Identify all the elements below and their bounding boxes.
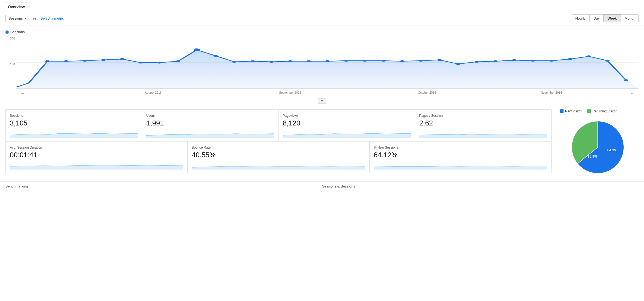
svg-point-33 bbox=[587, 56, 591, 57]
metric-card-bounce-rate: Bounce Rate 40.55% bbox=[188, 142, 370, 173]
time-btn-hourly[interactable]: Hourly bbox=[571, 14, 590, 22]
metric-label-avg-session: Avg. Session Duration bbox=[10, 146, 183, 149]
metric-label-sessions: Sessions bbox=[10, 114, 138, 118]
svg-point-10 bbox=[157, 62, 162, 64]
x-label-august: August 2016 bbox=[145, 91, 162, 94]
sessions-dropdown[interactable]: Sessions ▼ bbox=[5, 15, 30, 22]
metric-card-users: Users 1,991 bbox=[142, 110, 279, 142]
x-label-dots-left: ... bbox=[21, 91, 24, 94]
svg-point-18 bbox=[306, 60, 311, 62]
returning-visitor-legend-color bbox=[587, 109, 591, 113]
scroll-indicator: ▼ bbox=[0, 97, 644, 105]
sparkline-bounce-rate bbox=[192, 161, 365, 170]
chart-legend: Sessions bbox=[5, 30, 639, 34]
svg-point-34 bbox=[605, 60, 610, 62]
svg-point-16 bbox=[269, 61, 274, 63]
x-label-november: November 2016 bbox=[541, 91, 562, 94]
bottom-label-sessions: Sessions & Sessions bbox=[322, 184, 639, 188]
svg-point-12 bbox=[194, 48, 200, 51]
svg-point-19 bbox=[325, 60, 330, 62]
new-visitor-legend-label: New Visitor bbox=[565, 109, 581, 113]
metric-value-bounce-rate: 40.55% bbox=[192, 151, 365, 159]
svg-point-11 bbox=[176, 60, 180, 62]
new-visitor-pct-label: 64.1% bbox=[607, 148, 617, 152]
sparkline-avg-session bbox=[10, 161, 183, 170]
y-label-300: 300 bbox=[10, 37, 15, 40]
pie-legend-returning-visitor: Returning Visitor bbox=[587, 109, 617, 113]
svg-point-5 bbox=[64, 60, 68, 62]
time-btn-day[interactable]: Day bbox=[589, 14, 604, 22]
sparkline-pages-session bbox=[419, 130, 547, 138]
svg-point-25 bbox=[437, 59, 442, 61]
dropdown-arrow-icon: ▼ bbox=[24, 17, 27, 20]
chart-wrapper: 300 150 bbox=[5, 37, 639, 97]
time-btn-week[interactable]: Week bbox=[603, 14, 621, 22]
sessions-legend-label: Sessions bbox=[10, 30, 25, 34]
bottom-label-benchmarking: Benchmarking bbox=[5, 184, 322, 188]
svg-marker-40 bbox=[10, 165, 183, 170]
svg-point-24 bbox=[419, 60, 423, 62]
returning-visitor-pct-label: 35.9% bbox=[587, 154, 597, 158]
svg-point-26 bbox=[456, 63, 460, 65]
svg-point-21 bbox=[363, 60, 367, 62]
svg-point-28 bbox=[493, 60, 498, 62]
time-buttons: Hourly Day Week Month bbox=[571, 14, 639, 22]
svg-marker-38 bbox=[283, 133, 411, 138]
metric-value-new-sessions: 64.12% bbox=[374, 151, 547, 159]
sparkline-sessions bbox=[10, 130, 138, 138]
svg-point-17 bbox=[288, 60, 292, 62]
metric-label-users: Users bbox=[146, 114, 274, 118]
metric-label-new-sessions: % New Sessions bbox=[374, 146, 547, 149]
time-btn-month[interactable]: Month bbox=[621, 14, 639, 22]
chart-y-labels: 300 150 bbox=[5, 37, 16, 88]
svg-point-14 bbox=[232, 61, 236, 63]
sparkline-users bbox=[146, 130, 274, 138]
scroll-down-button[interactable]: ▼ bbox=[318, 98, 327, 104]
bottom-labels: Benchmarking Sessions & Sessions bbox=[0, 181, 644, 191]
sparkline-pageviews bbox=[283, 130, 411, 138]
metric-card-new-sessions: % New Sessions 64.12% bbox=[370, 142, 552, 173]
metric-value-avg-session: 00:01:41 bbox=[10, 151, 183, 159]
chart-area: Sessions 300 150 bbox=[0, 26, 644, 97]
metric-value-sessions: 3,105 bbox=[10, 119, 138, 127]
page-container: Overview Sessions ▼ vs. Select a metric … bbox=[0, 0, 644, 191]
svg-point-32 bbox=[568, 58, 572, 60]
svg-point-9 bbox=[139, 62, 143, 64]
svg-marker-37 bbox=[146, 134, 274, 138]
chart-svg bbox=[16, 37, 639, 88]
metric-card-pages-session: Pages / Session 2.62 bbox=[415, 110, 552, 142]
svg-point-35 bbox=[624, 79, 628, 81]
metrics-top-grid: Sessions 3,105 Users 1,991 P bbox=[5, 109, 552, 142]
controls-bar: Sessions ▼ vs. Select a metric Hourly Da… bbox=[0, 11, 644, 26]
metrics-left: Sessions 3,105 Users 1,991 P bbox=[5, 109, 552, 177]
metric-card-sessions: Sessions 3,105 bbox=[6, 110, 142, 142]
svg-point-29 bbox=[512, 59, 516, 61]
x-label-october: October 2016 bbox=[418, 91, 436, 94]
pie-legend: New Visitor Returning Visitor bbox=[560, 109, 617, 113]
metric-card-avg-session: Avg. Session Duration 00:01:41 bbox=[6, 142, 188, 173]
metrics-section: Sessions 3,105 Users 1,991 P bbox=[0, 105, 644, 181]
svg-point-8 bbox=[120, 58, 124, 60]
sessions-legend-dot bbox=[5, 30, 9, 34]
svg-point-7 bbox=[101, 59, 106, 61]
metric-label-bounce-rate: Bounce Rate bbox=[192, 146, 365, 149]
metric-card-pageviews: Pageviews 8,120 bbox=[279, 110, 415, 142]
metric-label-pages-session: Pages / Session bbox=[419, 114, 547, 118]
overview-tab[interactable]: Overview bbox=[3, 2, 30, 11]
select-metric-link[interactable]: Select a metric bbox=[41, 16, 64, 20]
left-controls: Sessions ▼ vs. Select a metric bbox=[5, 15, 64, 22]
svg-point-4 bbox=[45, 60, 49, 62]
vs-label: vs. bbox=[33, 16, 38, 20]
x-label-dots-right: ... bbox=[631, 91, 634, 94]
svg-marker-3 bbox=[16, 50, 639, 88]
sessions-dropdown-label: Sessions bbox=[8, 16, 23, 20]
x-label-september: September 2016 bbox=[279, 91, 301, 94]
svg-point-31 bbox=[549, 60, 554, 62]
returning-visitor-legend-label: Returning Visitor bbox=[592, 109, 617, 113]
svg-point-27 bbox=[475, 61, 479, 63]
y-label-150: 150 bbox=[10, 63, 15, 66]
metric-label-pageviews: Pageviews bbox=[283, 114, 411, 118]
svg-point-13 bbox=[213, 55, 218, 57]
svg-point-20 bbox=[344, 60, 348, 62]
metrics-bottom-grid: Avg. Session Duration 00:01:41 Bounce Ra… bbox=[5, 142, 552, 173]
